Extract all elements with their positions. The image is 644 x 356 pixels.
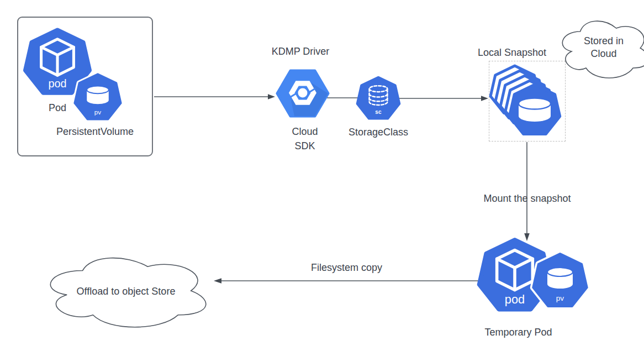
arrow-temp-pod-to-offload <box>214 278 478 284</box>
arrowhead-right-icon <box>268 94 275 100</box>
storage-class-icon[interactable]: sc <box>357 77 400 121</box>
cloud-sdk-icon[interactable] <box>276 68 329 119</box>
temporary-pv-icon[interactable]: pv <box>532 254 588 309</box>
cylinder-icon <box>87 86 109 104</box>
cylinder-icon <box>547 268 573 289</box>
pod-badge-label: pod <box>505 292 525 306</box>
arrow-snapshot-to-temp-pod <box>524 142 530 241</box>
storage-class-label: StorageClass <box>342 127 414 139</box>
stored-in-cloud-label: Stored in Cloud <box>574 35 633 60</box>
arrowhead-left-icon <box>214 278 221 284</box>
mount-snapshot-edge-label: Mount the snapshot <box>471 193 584 205</box>
pv-badge-label: pv <box>556 294 564 302</box>
arrow-storageclass-to-snapshot <box>399 96 488 101</box>
offload-object-store-label: Offload to object Store <box>53 286 199 298</box>
persistent-volume-label: PersistentVolume <box>40 126 150 138</box>
local-snapshot-icon[interactable] <box>487 62 559 139</box>
kdmp-driver-label: KDMP Driver <box>262 46 339 58</box>
pod-badge-label: pod <box>48 77 66 90</box>
temporary-pod-label: Temporary Pod <box>467 327 569 339</box>
arrow-pod-to-kdmp <box>154 94 275 100</box>
filesystem-copy-edge-label: Filesystem copy <box>301 262 392 274</box>
cloud-sdk-label: Cloud SDK <box>286 124 324 153</box>
cylinder-icon <box>519 98 551 122</box>
diagram-canvas: pod pv Pod PersistentVolume KDMP Driver … <box>0 0 644 356</box>
local-snapshot-label: Local Snapshot <box>466 47 558 59</box>
pv-badge-label: pv <box>94 108 101 116</box>
pv-icon[interactable]: pv <box>74 74 122 122</box>
sc-badge-label: sc <box>375 109 382 115</box>
pod-label: Pod <box>30 102 85 114</box>
